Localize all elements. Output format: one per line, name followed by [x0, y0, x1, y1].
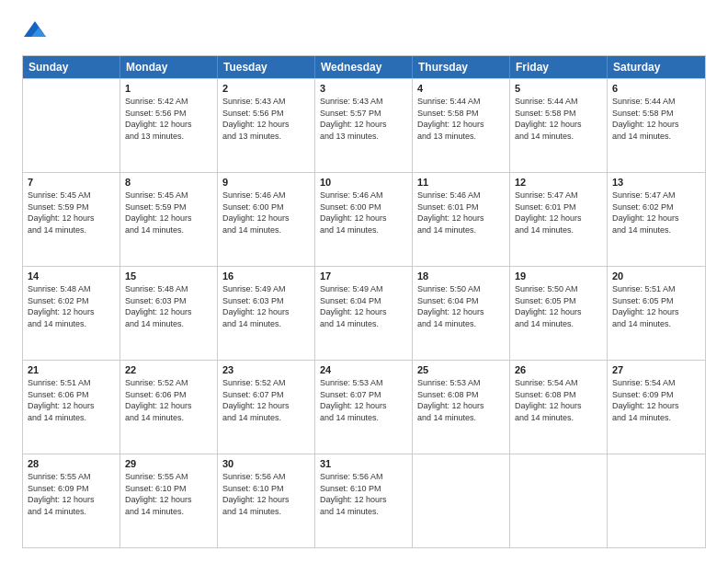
day-number: 31 — [320, 458, 407, 469]
page: SundayMondayTuesdayWednesdayThursdayFrid… — [0, 0, 728, 563]
calendar-cell: 3Sunrise: 5:43 AM Sunset: 5:57 PM Daylig… — [315, 79, 413, 172]
calendar-cell: 16Sunrise: 5:49 AM Sunset: 6:03 PM Dayli… — [218, 267, 315, 360]
calendar-cell: 20Sunrise: 5:51 AM Sunset: 6:05 PM Dayli… — [608, 267, 705, 360]
day-number: 18 — [417, 270, 505, 282]
calendar-cell: 30Sunrise: 5:56 AM Sunset: 6:10 PM Dayli… — [218, 454, 315, 547]
cell-info: Sunrise: 5:49 AM Sunset: 6:04 PM Dayligh… — [320, 283, 407, 329]
day-number: 22 — [125, 364, 212, 375]
weekday-header: Tuesday — [218, 56, 315, 78]
calendar-cell: 7Sunrise: 5:45 AM Sunset: 5:59 PM Daylig… — [23, 173, 120, 266]
day-number: 7 — [28, 177, 115, 188]
calendar-cell: 26Sunrise: 5:54 AM Sunset: 6:08 PM Dayli… — [510, 361, 608, 454]
calendar-cell: 29Sunrise: 5:55 AM Sunset: 6:10 PM Dayli… — [120, 454, 218, 547]
calendar-row: 28Sunrise: 5:55 AM Sunset: 6:09 PM Dayli… — [23, 454, 705, 547]
cell-info: Sunrise: 5:46 AM Sunset: 6:01 PM Dayligh… — [417, 190, 505, 236]
cell-info: Sunrise: 5:48 AM Sunset: 6:02 PM Dayligh… — [28, 283, 115, 329]
calendar-cell: 21Sunrise: 5:51 AM Sunset: 6:06 PM Dayli… — [23, 361, 120, 454]
day-number: 29 — [125, 458, 212, 469]
cell-info: Sunrise: 5:49 AM Sunset: 6:03 PM Dayligh… — [222, 283, 310, 329]
calendar-cell: 31Sunrise: 5:56 AM Sunset: 6:10 PM Dayli… — [315, 454, 413, 547]
calendar-row: 7Sunrise: 5:45 AM Sunset: 5:59 PM Daylig… — [23, 172, 705, 266]
calendar-cell — [608, 454, 705, 547]
cell-info: Sunrise: 5:47 AM Sunset: 6:01 PM Dayligh… — [515, 190, 602, 236]
calendar-cell: 19Sunrise: 5:50 AM Sunset: 6:05 PM Dayli… — [510, 267, 608, 360]
calendar-cell: 6Sunrise: 5:44 AM Sunset: 5:58 PM Daylig… — [608, 79, 705, 172]
day-number: 24 — [320, 364, 407, 375]
day-number: 6 — [612, 83, 700, 94]
day-number: 10 — [320, 177, 407, 188]
calendar-cell: 25Sunrise: 5:53 AM Sunset: 6:08 PM Dayli… — [413, 361, 510, 454]
cell-info: Sunrise: 5:45 AM Sunset: 5:59 PM Dayligh… — [28, 190, 115, 236]
day-number: 26 — [515, 364, 602, 375]
header — [22, 18, 706, 44]
calendar-cell: 27Sunrise: 5:54 AM Sunset: 6:09 PM Dayli… — [608, 361, 705, 454]
calendar-cell: 13Sunrise: 5:47 AM Sunset: 6:02 PM Dayli… — [608, 173, 705, 266]
calendar: SundayMondayTuesdayWednesdayThursdayFrid… — [22, 55, 706, 548]
cell-info: Sunrise: 5:52 AM Sunset: 6:07 PM Dayligh… — [222, 377, 310, 423]
day-number: 13 — [612, 177, 700, 188]
cell-info: Sunrise: 5:44 AM Sunset: 5:58 PM Dayligh… — [515, 96, 602, 142]
cell-info: Sunrise: 5:56 AM Sunset: 6:10 PM Dayligh… — [320, 471, 407, 517]
day-number: 16 — [222, 270, 310, 282]
calendar-cell: 11Sunrise: 5:46 AM Sunset: 6:01 PM Dayli… — [413, 173, 510, 266]
weekday-header: Sunday — [23, 56, 120, 78]
calendar-body: 1Sunrise: 5:42 AM Sunset: 5:56 PM Daylig… — [23, 78, 705, 547]
cell-info: Sunrise: 5:44 AM Sunset: 5:58 PM Dayligh… — [612, 96, 700, 142]
day-number: 8 — [125, 177, 212, 188]
cell-info: Sunrise: 5:55 AM Sunset: 6:09 PM Dayligh… — [28, 471, 115, 517]
calendar-cell: 24Sunrise: 5:53 AM Sunset: 6:07 PM Dayli… — [315, 361, 413, 454]
calendar-cell: 8Sunrise: 5:45 AM Sunset: 5:59 PM Daylig… — [120, 173, 218, 266]
cell-info: Sunrise: 5:53 AM Sunset: 6:08 PM Dayligh… — [417, 377, 505, 423]
weekday-header: Thursday — [413, 56, 510, 78]
cell-info: Sunrise: 5:51 AM Sunset: 6:06 PM Dayligh… — [28, 377, 115, 423]
weekday-header: Friday — [510, 56, 608, 78]
day-number: 14 — [28, 270, 115, 282]
cell-info: Sunrise: 5:48 AM Sunset: 6:03 PM Dayligh… — [125, 283, 212, 329]
day-number: 1 — [125, 83, 212, 94]
cell-info: Sunrise: 5:44 AM Sunset: 5:58 PM Dayligh… — [417, 96, 505, 142]
cell-info: Sunrise: 5:50 AM Sunset: 6:05 PM Dayligh… — [515, 283, 602, 329]
calendar-header: SundayMondayTuesdayWednesdayThursdayFrid… — [23, 56, 705, 78]
cell-info: Sunrise: 5:52 AM Sunset: 6:06 PM Dayligh… — [125, 377, 212, 423]
cell-info: Sunrise: 5:43 AM Sunset: 5:56 PM Dayligh… — [222, 96, 310, 142]
cell-info: Sunrise: 5:46 AM Sunset: 6:00 PM Dayligh… — [320, 190, 407, 236]
calendar-cell: 9Sunrise: 5:46 AM Sunset: 6:00 PM Daylig… — [218, 173, 315, 266]
day-number: 12 — [515, 177, 602, 188]
calendar-cell — [23, 79, 120, 172]
day-number: 21 — [28, 364, 115, 375]
cell-info: Sunrise: 5:43 AM Sunset: 5:57 PM Dayligh… — [320, 96, 407, 142]
calendar-cell: 28Sunrise: 5:55 AM Sunset: 6:09 PM Dayli… — [23, 454, 120, 547]
day-number: 9 — [222, 177, 310, 188]
cell-info: Sunrise: 5:56 AM Sunset: 6:10 PM Dayligh… — [222, 471, 310, 517]
cell-info: Sunrise: 5:51 AM Sunset: 6:05 PM Dayligh… — [612, 283, 700, 329]
calendar-cell: 4Sunrise: 5:44 AM Sunset: 5:58 PM Daylig… — [413, 79, 510, 172]
cell-info: Sunrise: 5:53 AM Sunset: 6:07 PM Dayligh… — [320, 377, 407, 423]
day-number: 30 — [222, 458, 310, 469]
calendar-cell: 5Sunrise: 5:44 AM Sunset: 5:58 PM Daylig… — [510, 79, 608, 172]
calendar-cell: 18Sunrise: 5:50 AM Sunset: 6:04 PM Dayli… — [413, 267, 510, 360]
day-number: 27 — [612, 364, 700, 375]
day-number: 23 — [222, 364, 310, 375]
calendar-cell — [413, 454, 510, 547]
cell-info: Sunrise: 5:54 AM Sunset: 6:08 PM Dayligh… — [515, 377, 602, 423]
day-number: 20 — [612, 270, 700, 282]
day-number: 19 — [515, 270, 602, 282]
cell-info: Sunrise: 5:42 AM Sunset: 5:56 PM Dayligh… — [125, 96, 212, 142]
calendar-cell: 14Sunrise: 5:48 AM Sunset: 6:02 PM Dayli… — [23, 267, 120, 360]
calendar-cell: 23Sunrise: 5:52 AM Sunset: 6:07 PM Dayli… — [218, 361, 315, 454]
logo-icon — [22, 18, 48, 44]
day-number: 11 — [417, 177, 505, 188]
day-number: 15 — [125, 270, 212, 282]
cell-info: Sunrise: 5:46 AM Sunset: 6:00 PM Dayligh… — [222, 190, 310, 236]
day-number: 28 — [28, 458, 115, 469]
day-number: 3 — [320, 83, 407, 94]
day-number: 4 — [417, 83, 505, 94]
cell-info: Sunrise: 5:50 AM Sunset: 6:04 PM Dayligh… — [417, 283, 505, 329]
calendar-cell: 10Sunrise: 5:46 AM Sunset: 6:00 PM Dayli… — [315, 173, 413, 266]
day-number: 5 — [515, 83, 602, 94]
calendar-cell: 15Sunrise: 5:48 AM Sunset: 6:03 PM Dayli… — [120, 267, 218, 360]
calendar-cell: 1Sunrise: 5:42 AM Sunset: 5:56 PM Daylig… — [120, 79, 218, 172]
calendar-cell: 12Sunrise: 5:47 AM Sunset: 6:01 PM Dayli… — [510, 173, 608, 266]
calendar-cell — [510, 454, 608, 547]
day-number: 2 — [222, 83, 310, 94]
